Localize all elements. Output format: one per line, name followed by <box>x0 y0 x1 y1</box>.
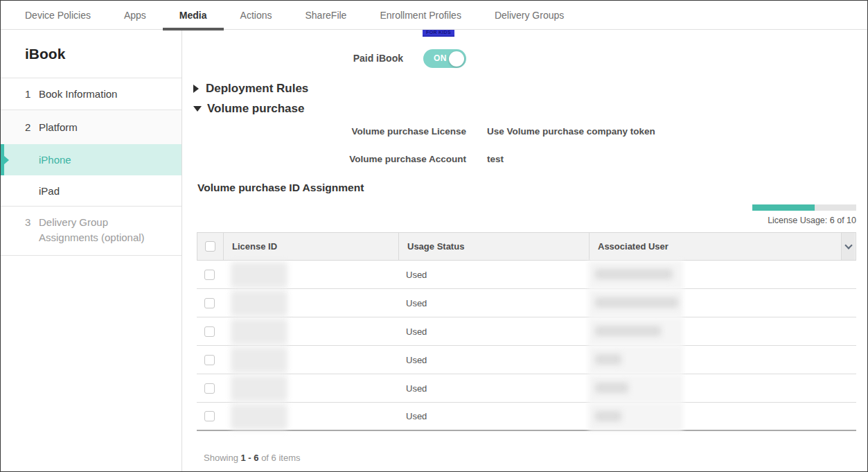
tab-apps[interactable]: Apps <box>124 10 146 21</box>
step-number: 3 <box>25 215 39 245</box>
step-label: Platform <box>39 121 78 133</box>
sidebar-item-iphone[interactable]: iPhone <box>1 144 181 175</box>
tab-enrollment-profiles[interactable]: Enrollment Profiles <box>380 10 461 21</box>
step-number: 1 <box>25 88 39 100</box>
tab-actions[interactable]: Actions <box>240 10 272 21</box>
section-label: Deployment Rules <box>206 82 308 96</box>
table-row: Used <box>197 346 856 374</box>
row-checkbox[interactable] <box>204 383 215 394</box>
associated-user-cell-redacted <box>588 374 840 402</box>
usage-status-cell: Used <box>398 374 588 402</box>
field-value: Use Volume purchase company token <box>487 126 655 137</box>
main-content: FOR KIDS Paid iBook ON Deployment Rules … <box>182 30 868 472</box>
license-id-cell-redacted <box>222 403 398 430</box>
table-pagination-status: Showing 1 - 6 of 6 items <box>204 453 301 463</box>
sidebar-item-platform[interactable]: 2 Platform <box>1 110 181 144</box>
tab-media-label: Media <box>179 10 207 21</box>
license-id-cell-redacted <box>222 261 398 288</box>
associated-user-cell-redacted <box>588 289 840 317</box>
field-value: test <box>487 154 504 164</box>
license-usage-fill <box>752 204 815 211</box>
license-id-cell-redacted <box>222 289 398 317</box>
table-row: Used <box>197 289 856 317</box>
volume-purchase-license-field: Volume purchase License Use Volume purch… <box>182 126 868 140</box>
license-id-cell-redacted <box>222 346 398 374</box>
license-usage-progressbar <box>752 204 856 211</box>
row-checkbox[interactable] <box>204 270 215 280</box>
sidebar: iBook 1 Book Information 2 Platform iPho… <box>1 30 182 472</box>
usage-status-cell: Used <box>398 346 588 374</box>
license-id-cell-redacted <box>222 374 398 402</box>
table-row: Used <box>197 403 856 431</box>
active-tab-underline <box>163 28 224 30</box>
associated-user-cell-redacted <box>588 261 840 288</box>
section-label: Volume purchase <box>207 102 304 116</box>
row-checkbox[interactable] <box>204 298 215 308</box>
table-body: Used Used Used <box>197 261 856 431</box>
row-checkbox[interactable] <box>204 411 215 421</box>
chevron-down-icon <box>844 241 852 249</box>
top-nav: Device Policies Apps Media Actions Share… <box>1 1 867 30</box>
sidebar-item-delivery-group-assignments[interactable]: 3 Delivery Group Assignments (optional) <box>1 207 181 256</box>
paid-ibook-label: Paid iBook <box>182 53 403 64</box>
associated-user-cell-redacted <box>588 317 840 345</box>
platform-label: iPad <box>39 185 60 197</box>
app-window: Device Policies Apps Media Actions Share… <box>0 0 868 472</box>
row-checkbox[interactable] <box>204 326 215 337</box>
table-header-row: License ID Usage Status Associated User <box>197 232 856 261</box>
deployment-rules-section-header[interactable]: Deployment Rules <box>193 82 308 96</box>
table-row: Used <box>197 374 856 403</box>
column-header-associated-user[interactable]: Associated User <box>589 233 841 260</box>
toggle-knob <box>449 51 464 67</box>
usage-status-cell: Used <box>398 289 588 317</box>
tab-sharefile[interactable]: ShareFile <box>305 10 346 21</box>
page-title: iBook <box>1 30 181 78</box>
sidebar-item-ipad[interactable]: iPad <box>1 175 181 207</box>
tab-device-policies[interactable]: Device Policies <box>25 10 91 21</box>
step-number: 2 <box>25 121 39 133</box>
usage-status-cell: Used <box>398 261 588 288</box>
usage-status-cell: Used <box>398 317 588 345</box>
usage-status-cell: Used <box>398 403 588 430</box>
sidebar-item-book-information[interactable]: 1 Book Information <box>1 78 181 110</box>
step-label: Book Information <box>39 88 117 100</box>
collapsed-arrow-icon <box>193 85 199 93</box>
table-row: Used <box>197 261 856 289</box>
license-usage-text: License Usage: 6 of 10 <box>768 216 856 225</box>
volume-purchase-id-assignment-title: Volume purchase ID Assignment <box>197 182 364 194</box>
expanded-arrow-icon <box>193 106 202 112</box>
volume-purchase-account-field: Volume purchase Account test <box>182 154 868 168</box>
select-all-checkbox[interactable] <box>205 241 215 252</box>
volume-purchase-section-header[interactable]: Volume purchase <box>193 102 304 116</box>
tab-delivery-groups[interactable]: Delivery Groups <box>495 10 564 21</box>
table-row: Used <box>197 317 856 346</box>
row-checkbox[interactable] <box>204 355 215 365</box>
step-label: Delivery Group Assignments (optional) <box>39 215 168 245</box>
toggle-on-label: ON <box>434 53 447 63</box>
column-header-usage-status[interactable]: Usage Status <box>398 233 589 260</box>
license-table: License ID Usage Status Associated User … <box>197 232 856 431</box>
select-all-cell <box>197 233 223 260</box>
associated-user-cell-redacted <box>588 403 840 430</box>
associated-user-cell-redacted <box>588 346 840 374</box>
paid-ibook-toggle[interactable]: ON <box>423 49 466 68</box>
field-label: Volume purchase Account <box>182 154 466 164</box>
pagination-range: 1 - 6 <box>241 453 259 463</box>
paid-ibook-row: Paid iBook ON <box>182 49 868 69</box>
platform-label: iPhone <box>39 154 71 166</box>
tab-media[interactable]: Media <box>179 10 207 21</box>
selected-marker-icon <box>1 144 4 175</box>
column-options-button[interactable] <box>841 233 855 260</box>
license-id-cell-redacted <box>222 317 398 345</box>
field-label: Volume purchase License <box>182 126 466 137</box>
column-header-license-id[interactable]: License ID <box>223 233 398 260</box>
